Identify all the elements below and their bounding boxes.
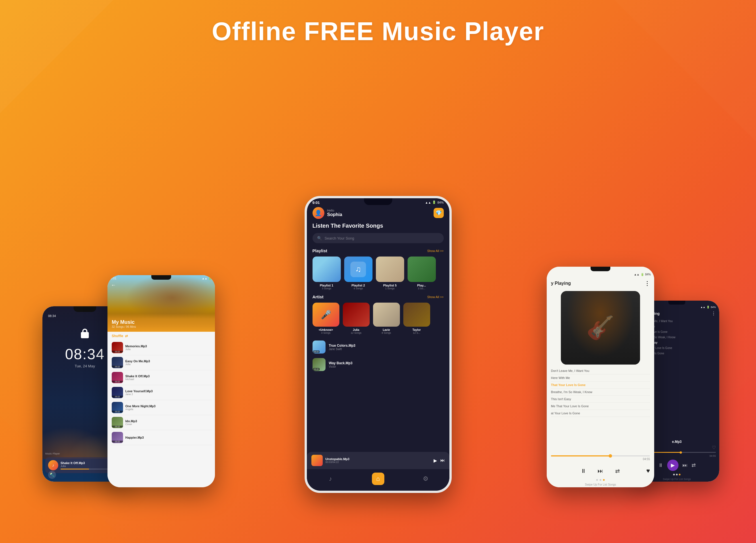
flashlight-button[interactable]: 🔦	[48, 471, 56, 479]
artist-count-taylor: 12 S...	[413, 331, 420, 334]
duration: 03:22	[112, 351, 123, 353]
lock-icon	[79, 329, 91, 343]
dot-3	[603, 479, 605, 481]
next-button[interactable]: ⏭	[595, 465, 606, 477]
play-button[interactable]: ▶	[667, 460, 679, 471]
playlist-card-4[interactable]: Play... 3 So...	[408, 257, 436, 290]
duration: 03:22	[313, 350, 320, 353]
nav-settings[interactable]: ⚙	[419, 473, 432, 485]
status-time: 08:34	[48, 314, 56, 318]
duration: 03:22	[112, 441, 123, 443]
playlist-row: Playlist 1 3 Songs ♫ Playlist 2 4 Songs	[313, 257, 444, 290]
list-item[interactable]: Here With Me	[551, 374, 650, 382]
shuffle-button[interactable]: ⇄	[612, 465, 623, 477]
artist-card-lavie[interactable]: Lavie 8 Songs	[373, 303, 400, 334]
song-title: Ido.Mp3	[125, 419, 211, 423]
heart-button[interactable]: ♥	[646, 467, 650, 475]
playlist-name-2: Playlist 2	[352, 284, 365, 287]
list-item[interactable]: 03:22 Ido.Mp3 Cover	[110, 415, 212, 430]
dot-3	[679, 474, 680, 475]
progress-bar[interactable]	[551, 455, 650, 456]
list-item[interactable]: 03:22 Happier.Mp3	[110, 430, 212, 445]
song-artist: Jane 2	[125, 393, 211, 396]
playlist-show-all[interactable]: Show All >>	[427, 249, 443, 253]
artist-name-lavie: Lavie	[383, 328, 390, 331]
settings-icon: ⚙	[423, 475, 428, 482]
music-player-label: Music Player	[45, 452, 60, 455]
signal-icon: ▲▲	[700, 306, 705, 309]
menu-button[interactable]: ⋮	[644, 280, 650, 287]
list-item[interactable]: This Isn't Easy	[551, 396, 650, 403]
playlist-card-2[interactable]: ♫ Playlist 2 4 Songs	[344, 257, 372, 290]
menu-button[interactable]: ⋮	[711, 311, 716, 316]
list-item[interactable]: 03:22 True Colors.Mp3 Jane Swift	[313, 338, 444, 356]
status-time: 9:01	[313, 201, 320, 205]
song-artist: Julia	[125, 363, 211, 366]
nav-home[interactable]: ⌂	[372, 473, 384, 485]
user-header: 👤 Hello Sophia 💎	[307, 205, 449, 221]
app-icon[interactable]: 💎	[434, 208, 444, 218]
artist-show-all[interactable]: Show All >>	[427, 295, 443, 299]
notch	[668, 301, 685, 305]
lock-date: Tue, 24 May	[75, 364, 95, 368]
song-title: Shake It Off.Mp3	[125, 374, 211, 378]
now-playing-controls: ▶ ⏭	[434, 458, 445, 463]
artist-card-unknown[interactable]: 🎤 <Unknow> 4 Songs	[313, 303, 339, 334]
main-content: Listen The Favorite Songs 🔍 Search Your …	[307, 221, 449, 452]
progress-area: 04:55	[547, 453, 654, 463]
playlist-name-5: Playlist 5	[383, 284, 397, 287]
list-item[interactable]: That Your Love Is Gone	[551, 382, 650, 389]
list-item[interactable]: 03:22 Memories.Mp3 Julia	[110, 340, 212, 355]
my-music-title: My Music	[112, 319, 211, 325]
shuffle-button[interactable]: Shuffle ⇄	[107, 332, 215, 340]
my-music-subtitle: 32 Songs / 96 Mins	[112, 325, 211, 328]
artist-card-taylor[interactable]: Taylor 12 S...	[403, 303, 430, 334]
song-title: Easy On Me.Mp3	[125, 359, 211, 363]
list-item[interactable]: Me That Your Love Is Gone	[551, 403, 650, 410]
battery-icon: 🔋	[707, 306, 710, 309]
shuffle-button[interactable]: ⇄	[692, 462, 696, 468]
phone-my-music: 9:01 ▲▲ 🔋 ← My Music 32 Songs / 96 Mins …	[107, 275, 215, 487]
page-dots	[547, 478, 654, 482]
bottom-nav: ♪ ⌂ ⚙	[307, 469, 449, 491]
phones-container: 08:34 ▲▲ 🔋 08:34 Tue, 24 May Music Playe…	[0, 52, 756, 504]
user-avatar: 👤	[313, 207, 324, 219]
list-item[interactable]: 03:22 Way Back.Mp3 Victor	[313, 356, 444, 373]
pause-button[interactable]: ⏸	[578, 465, 589, 477]
list-item[interactable]: 03:22 Shake It Off.Mp3 Michael	[110, 370, 212, 385]
battery-pct: 84%	[711, 306, 716, 309]
track-info: Shake It Off.Mp3 Julia	[61, 461, 108, 469]
artist-name-julia: Julia	[353, 328, 359, 331]
search-placeholder: Search Your Song	[325, 236, 354, 240]
dot-2	[600, 479, 601, 481]
list-item[interactable]: Don't Leave Me, I Want You	[551, 367, 650, 374]
recent-artist: Jane Swift	[329, 348, 444, 351]
list-item[interactable]: 03:22 Love Yourself.Mp3 Jane 2	[110, 385, 212, 400]
now-playing-time: 00:03/04:22	[326, 461, 431, 464]
artist-card-julia[interactable]: Julia 12 Songs	[343, 303, 370, 334]
nav-library[interactable]: ♪	[324, 473, 337, 485]
search-bar[interactable]: 🔍 Search Your Song	[313, 233, 444, 243]
playlist-card-5[interactable]: Playlist 5 1 Songs	[376, 257, 404, 290]
playlist-count-5: 1 Songs	[385, 287, 395, 290]
list-item[interactable]: 03:22 Easy On Me.Mp3 Julia	[110, 355, 212, 370]
playlist-count-2: 4 Songs	[354, 287, 363, 290]
list-item[interactable]: 03:22 One More Night.Mp3 Angela	[110, 400, 212, 415]
next-icon[interactable]: ⏭	[440, 458, 445, 463]
list-item[interactable]: at Your Love Is Gone	[551, 410, 650, 417]
play-icon[interactable]: ▶	[434, 458, 437, 463]
song-artist: Michael	[125, 378, 211, 381]
song-title: Memories.Mp3	[125, 344, 211, 348]
song-artist: Cover	[125, 423, 211, 426]
next-button[interactable]: ⏭	[682, 462, 688, 468]
duration: 03:22	[313, 368, 320, 370]
status-time: 9:01	[111, 277, 116, 280]
artist-count-unknown: 4 Songs	[321, 331, 330, 334]
back-button[interactable]: ←	[111, 282, 116, 288]
list-item[interactable]: Breathe, I'm So Weak, I Know	[551, 389, 650, 396]
playlist-card-1[interactable]: Playlist 1 3 Songs	[313, 257, 341, 290]
playlist-name-4: Play...	[417, 284, 426, 287]
recent-songs: 03:22 True Colors.Mp3 Jane Swift 03:22 W…	[313, 338, 444, 373]
pause-button[interactable]: ⏸	[658, 462, 663, 468]
battery-pct: 84%	[437, 201, 443, 204]
